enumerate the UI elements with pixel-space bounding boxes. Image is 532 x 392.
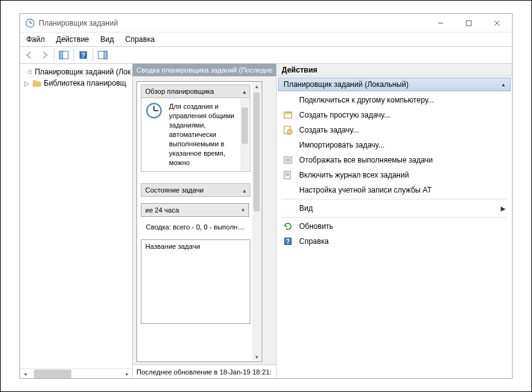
blank-icon <box>283 203 293 213</box>
show-hide-action-button[interactable] <box>96 48 110 62</box>
action-view-label: Вид <box>299 204 313 213</box>
help-icon: ? <box>283 236 293 246</box>
chevron-up-icon: ▴ <box>243 187 246 194</box>
actions-subtitle-bar[interactable]: Планировщик заданий (Локальный) ▴ <box>278 78 511 91</box>
svg-rect-27 <box>284 171 290 179</box>
action-import[interactable]: Импортировать задачу... <box>278 138 511 153</box>
action-refresh[interactable]: Обновить <box>278 219 511 234</box>
action-help[interactable]: ? Справка <box>278 234 511 249</box>
app-icon <box>25 18 35 28</box>
close-button[interactable] <box>483 14 511 32</box>
action-at-account[interactable]: Настройка учетной записи службы AT <box>278 183 511 198</box>
minimize-button[interactable] <box>426 14 454 32</box>
summary-scrollbar[interactable]: ▴ ▾ <box>252 83 261 361</box>
blank-icon <box>283 185 293 195</box>
action-enable-history-label: Включить журнал всех заданий <box>299 171 409 179</box>
overview-box: Для создания и управления общими задания… <box>141 98 250 172</box>
show-hide-tree-button[interactable] <box>57 48 71 62</box>
action-connect-label: Подключиться к другому компьютеру... <box>299 96 434 104</box>
actions-title: Действия <box>277 64 512 76</box>
action-show-running-label: Отображать все выполняемые задачи <box>299 156 433 164</box>
status-head-label: Состояние задачи <box>145 186 203 194</box>
folder-icon <box>33 79 41 87</box>
blank-icon <box>283 95 293 105</box>
action-create-basic-label: Создать простую задачу... <box>299 111 390 119</box>
clock-icon <box>145 102 164 168</box>
action-refresh-label: Обновить <box>299 222 333 231</box>
collapse-icon: ▴ <box>502 81 505 88</box>
period-combo[interactable]: ие 24 часа ▾ <box>141 203 249 217</box>
svg-rect-12 <box>104 51 107 59</box>
forward-button[interactable] <box>38 48 51 62</box>
back-button[interactable] <box>23 48 36 62</box>
action-show-running[interactable]: Отображать все выполняемые задачи <box>278 153 511 168</box>
svg-rect-20 <box>284 112 292 114</box>
status-section-header[interactable]: Состояние задачи ▴ <box>141 183 250 197</box>
chevron-up-icon: ▴ <box>243 88 246 95</box>
tree-library[interactable]: ▷ Библиотека планировщ <box>21 78 131 89</box>
menu-action[interactable]: Действие <box>56 35 90 44</box>
summary-footer: Последнее обновление в 18-Jan-19 18:21: <box>133 364 276 378</box>
menu-view[interactable]: Вид <box>100 35 114 44</box>
action-create-basic[interactable]: Создать простую задачу... <box>278 108 511 123</box>
svg-rect-8 <box>59 51 63 59</box>
clock-icon <box>28 68 33 76</box>
action-import-label: Импортировать задачу... <box>299 141 384 149</box>
overview-head-label: Обзор планировщика <box>145 88 214 95</box>
summary-line: Сводка: всего - 0, 0 - выполне... <box>141 221 250 233</box>
tree-root[interactable]: Планировщик заданий (Лок <box>21 66 131 78</box>
action-enable-history[interactable]: Включить журнал всех заданий <box>278 168 511 183</box>
task-list[interactable]: Название задачи <box>141 239 250 324</box>
create-basic-icon <box>283 110 293 120</box>
tree-root-label: Планировщик заданий (Лок <box>34 68 131 76</box>
separator <box>282 217 507 218</box>
task-col-header: Название задачи <box>145 243 200 250</box>
action-view[interactable]: Вид ▶ <box>278 201 511 216</box>
svg-rect-4 <box>466 21 471 26</box>
action-create[interactable]: Создать задачу... <box>278 123 511 138</box>
actions-subtitle: Планировщик заданий (Локальный) <box>284 80 409 89</box>
overview-section-header[interactable]: Обзор планировщика ▴ <box>141 84 250 98</box>
create-icon <box>283 125 293 135</box>
running-icon <box>283 155 293 165</box>
svg-point-22 <box>287 129 292 134</box>
expand-icon[interactable]: ▷ <box>24 80 30 87</box>
console-tree-pane: Планировщик заданий (Лок ▷ Библиотека пл… <box>20 64 133 378</box>
history-icon <box>283 170 293 180</box>
action-at-account-label: Настройка учетной записи службы AT <box>299 186 432 194</box>
overview-scrollbar[interactable] <box>240 99 249 171</box>
tree-library-label: Библиотека планировщ <box>44 79 126 88</box>
separator <box>282 199 507 199</box>
action-create-label: Создать задачу... <box>299 126 359 134</box>
overview-text: Для создания и управления общими задания… <box>169 102 246 168</box>
toolbar: ? <box>20 46 512 64</box>
action-help-label: Справка <box>299 237 329 246</box>
submenu-arrow-icon: ▶ <box>501 205 506 212</box>
window-title: Планировщик заданий <box>39 19 426 28</box>
menu-help[interactable]: Справка <box>125 35 155 44</box>
svg-text:?: ? <box>81 52 85 59</box>
maximize-button[interactable] <box>454 14 483 32</box>
tree-hscrollbar[interactable]: ◂▸ <box>20 368 132 378</box>
svg-text:?: ? <box>286 238 290 245</box>
titlebar: Планировщик заданий <box>20 14 512 33</box>
menu-file[interactable]: Файл <box>26 35 45 44</box>
actions-pane: Действия Планировщик заданий (Локальный)… <box>277 64 512 378</box>
help-toolbar-button[interactable]: ? <box>76 48 90 62</box>
refresh-icon <box>283 221 293 231</box>
summary-pane: Сводка планировщика заданий (Последне Об… <box>133 64 277 378</box>
menubar: Файл Действие Вид Справка <box>20 33 512 46</box>
import-icon <box>283 140 293 150</box>
chevron-down-icon: ▾ <box>242 207 245 213</box>
period-combo-value: ие 24 часа <box>145 206 179 214</box>
summary-header: Сводка планировщика заданий (Последне <box>133 64 276 76</box>
action-connect[interactable]: Подключиться к другому компьютеру... <box>278 93 511 108</box>
